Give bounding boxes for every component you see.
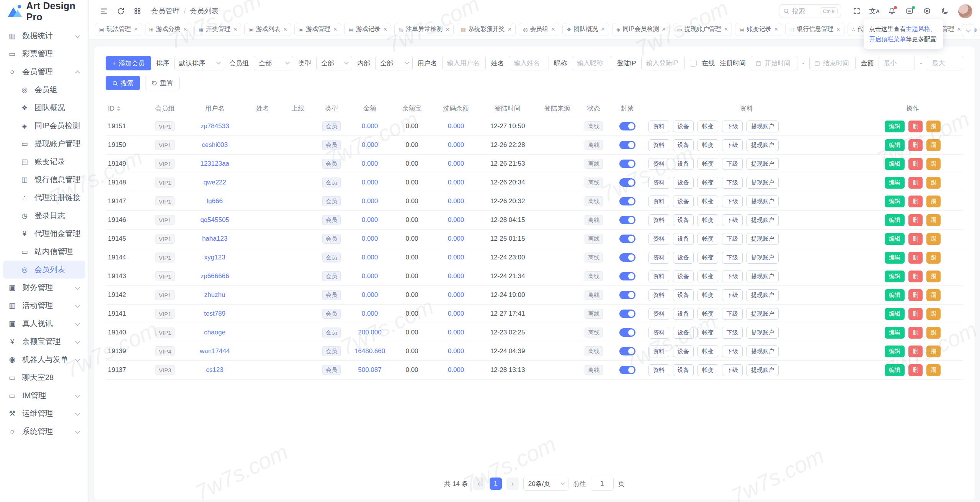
account-change-button[interactable]: 帐变 [697, 252, 718, 264]
ban-toggle[interactable] [619, 347, 635, 355]
account-change-button[interactable]: 帐变 [697, 346, 718, 357]
kick-button[interactable]: 踢 [926, 233, 941, 245]
profile-button[interactable]: 资料 [648, 158, 669, 170]
sidebar-item[interactable]: ▥ 活动管理 [3, 297, 85, 315]
profile-button[interactable]: 资料 [648, 308, 669, 320]
page-tab[interactable]: ▣ 玩法管理 × [95, 23, 142, 36]
ban-toggle[interactable] [619, 197, 635, 205]
reset-button[interactable]: 重置 [145, 76, 180, 90]
withdraw-account-button[interactable]: 提现账户 [746, 346, 779, 357]
profile-button[interactable]: 资料 [648, 364, 669, 376]
wash-balance-link[interactable]: 0.000 [448, 160, 464, 168]
close-icon[interactable]: × [957, 26, 961, 33]
amount-link[interactable]: 16480.660 [354, 347, 385, 355]
username-link[interactable]: chaoge [204, 329, 225, 336]
device-button[interactable]: 设备 [673, 121, 694, 132]
theme-style-link[interactable]: 主题风格 [906, 26, 930, 32]
profile-button[interactable]: 资料 [648, 177, 669, 189]
delete-button[interactable]: 删 [908, 214, 923, 226]
sidebar-item[interactable]: ○ 会员管理 [3, 63, 85, 81]
amount-link[interactable]: 0.000 [362, 141, 378, 149]
device-button[interactable]: 设备 [673, 308, 694, 320]
kick-button[interactable]: 踢 [926, 308, 941, 320]
col-header-id[interactable]: ID [106, 105, 144, 112]
username-link[interactable]: wan17444 [200, 347, 230, 355]
delete-button[interactable]: 删 [908, 364, 923, 376]
amount-link[interactable]: 0.000 [362, 310, 378, 318]
amount-link[interactable]: 500.087 [358, 366, 381, 374]
account-change-button[interactable]: 帐变 [697, 121, 718, 132]
device-button[interactable]: 设备 [673, 271, 694, 282]
close-icon[interactable]: × [551, 26, 555, 33]
subordinate-button[interactable]: 下级 [722, 364, 743, 376]
amount-link[interactable]: 0.000 [362, 179, 378, 186]
device-button[interactable]: 设备 [673, 196, 694, 207]
username-link[interactable]: xyg123 [204, 254, 225, 261]
kick-button[interactable]: 踢 [926, 252, 941, 264]
kick-button[interactable]: 踢 [926, 214, 941, 226]
close-icon[interactable]: × [724, 26, 728, 33]
sidebar-item[interactable]: ▭ 彩票管理 [3, 45, 85, 63]
page-tab[interactable]: ▭ 提现账户管理 × [673, 23, 732, 36]
close-icon[interactable]: × [234, 26, 237, 33]
kick-button[interactable]: 踢 [926, 139, 941, 151]
close-icon[interactable]: × [333, 26, 337, 33]
amount-link[interactable]: 0.000 [362, 254, 378, 261]
subordinate-button[interactable]: 下级 [722, 158, 743, 170]
page-tab[interactable]: ❖ 团队概况 × [562, 23, 609, 36]
page-tab[interactable]: ▨ 注单异常检测 × [394, 23, 454, 36]
withdraw-account-button[interactable]: 提现账户 [746, 196, 779, 207]
withdraw-account-button[interactable]: 提现账户 [746, 177, 779, 189]
end-date-picker[interactable]: 结束时间 [809, 56, 856, 70]
edit-button[interactable]: 编辑 [885, 139, 905, 151]
tabs-dropdown-button[interactable] [962, 24, 975, 37]
ban-toggle[interactable] [619, 328, 635, 337]
sidebar-item[interactable]: ◎ 会员组 [3, 81, 85, 99]
ban-toggle[interactable] [619, 122, 635, 130]
delete-button[interactable]: 删 [908, 289, 923, 301]
subordinate-button[interactable]: 下级 [722, 233, 743, 245]
wash-balance-link[interactable]: 0.000 [448, 122, 464, 130]
subordinate-button[interactable]: 下级 [722, 252, 743, 264]
edit-button[interactable]: 编辑 [885, 289, 905, 301]
breadcrumb-parent[interactable]: 会员管理 [151, 6, 180, 16]
type-select[interactable]: 全部 [316, 56, 352, 70]
username-link[interactable]: zp666666 [201, 272, 229, 280]
amount-link[interactable]: 0.000 [362, 216, 378, 224]
profile-button[interactable]: 资料 [648, 196, 669, 207]
withdraw-account-button[interactable]: 提现账户 [746, 233, 779, 245]
edit-button[interactable]: 编辑 [885, 364, 905, 376]
delete-button[interactable]: 删 [908, 177, 923, 189]
edit-button[interactable]: 编辑 [885, 214, 905, 226]
ban-toggle[interactable] [619, 272, 635, 280]
profile-button[interactable]: 资料 [648, 139, 669, 151]
kick-button[interactable]: 踢 [926, 271, 941, 282]
username-link[interactable]: lg666 [207, 197, 223, 205]
page-tab[interactable]: ▤ 账变记录 × [735, 23, 782, 36]
close-icon[interactable]: × [384, 26, 387, 33]
amount-link[interactable]: 0.000 [362, 197, 378, 205]
page-size-select[interactable]: 20条/页 [523, 477, 568, 491]
internal-select[interactable]: 全部 [375, 56, 413, 70]
wash-balance-link[interactable]: 0.000 [448, 347, 464, 355]
sidebar-item[interactable]: ¥ 余额宝管理 [3, 332, 85, 350]
username-link[interactable]: ceshi003 [202, 141, 228, 149]
username-link[interactable]: test789 [204, 310, 225, 318]
profile-button[interactable]: 资料 [648, 121, 669, 132]
account-change-button[interactable]: 帐变 [697, 139, 718, 151]
account-change-button[interactable]: 帐变 [697, 308, 718, 320]
sidebar-item[interactable]: ❖ 团队概况 [3, 99, 85, 117]
username-link[interactable]: qwe222 [203, 179, 226, 186]
wash-balance-link[interactable]: 0.000 [448, 366, 464, 374]
top-menu-link[interactable]: 开启顶栏菜单 [869, 36, 906, 42]
dark-mode-moon-icon[interactable] [938, 4, 952, 18]
page-tab[interactable]: ▣ 游戏列表 × [244, 23, 291, 36]
ban-toggle[interactable] [619, 178, 635, 187]
goto-page-input[interactable]: 1 [591, 477, 614, 491]
amount-link[interactable]: 200.000 [358, 329, 381, 336]
page-tab[interactable]: ▥ 系统彩预开奖 × [457, 23, 516, 36]
delete-button[interactable]: 删 [908, 158, 923, 170]
device-button[interactable]: 设备 [673, 214, 694, 226]
withdraw-account-button[interactable]: 提现账户 [746, 271, 779, 282]
subordinate-button[interactable]: 下级 [722, 327, 743, 339]
